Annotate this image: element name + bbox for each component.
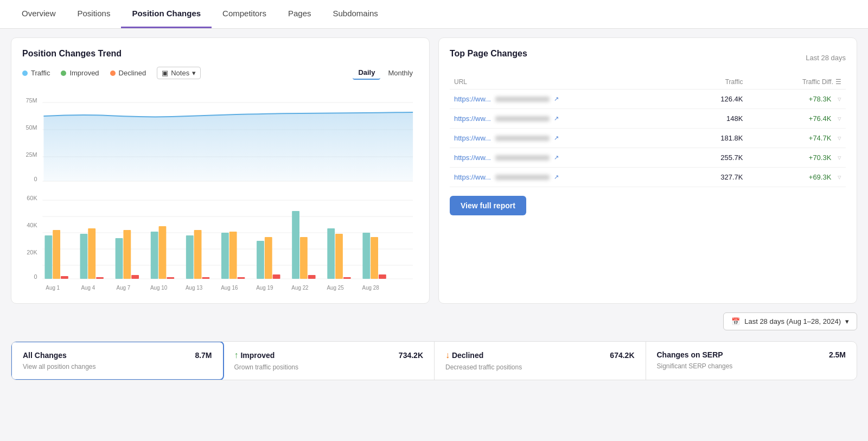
nav-competitors[interactable]: Competitors <box>212 0 277 28</box>
svg-text:Aug 22: Aug 22 <box>291 285 309 291</box>
diff-filter-row: +76.4K ▿ <box>809 114 841 123</box>
row-filter-icon[interactable]: ▿ <box>838 154 841 162</box>
svg-rect-45 <box>362 233 370 279</box>
url-cell: https://ww... ↗ <box>454 95 679 103</box>
stat-card-improved[interactable]: ↑ Improved 734.2K Grown traffic position… <box>224 342 435 380</box>
url-blur <box>495 97 550 102</box>
svg-rect-38 <box>273 274 280 279</box>
legend-improved-label: Improved <box>69 69 99 77</box>
url-blur <box>495 116 550 122</box>
url-blur <box>495 175 550 180</box>
svg-rect-26 <box>131 275 139 279</box>
url-cell: https://ww... ↗ <box>454 154 679 162</box>
svg-text:0: 0 <box>34 176 37 182</box>
svg-text:Aug 4: Aug 4 <box>81 285 95 291</box>
external-link-icon[interactable]: ↗ <box>554 135 559 142</box>
nav-overview[interactable]: Overview <box>11 0 67 28</box>
legend-declined: Declined <box>110 69 146 77</box>
traffic-value: 148K <box>684 109 748 129</box>
stat-card-all-changes[interactable]: All Changes 8.7M View all position chang… <box>11 341 224 380</box>
date-picker-row: 📅 Last 28 days (Aug 1–28, 2024) ▾ <box>11 312 857 330</box>
svg-rect-29 <box>167 277 174 279</box>
stat-sub: Grown traffic positions <box>234 363 424 371</box>
date-picker-button[interactable]: 📅 Last 28 days (Aug 1–28, 2024) ▾ <box>723 312 857 330</box>
svg-rect-47 <box>379 274 386 279</box>
svg-text:Aug 25: Aug 25 <box>327 285 344 291</box>
traffic-diff-cell: +74.7K ▿ <box>747 129 846 148</box>
monthly-toggle-button[interactable]: Monthly <box>382 67 418 79</box>
url-text[interactable]: https://ww... <box>454 114 491 123</box>
view-toggle: Daily Monthly <box>353 66 418 80</box>
svg-rect-44 <box>343 277 351 279</box>
row-filter-icon[interactable]: ▿ <box>838 134 841 142</box>
svg-text:Aug 13: Aug 13 <box>186 285 203 291</box>
traffic-value: 181.8K <box>684 129 748 148</box>
stat-value: 734.2K <box>399 351 423 360</box>
notes-button[interactable]: ▣ Notes ▾ <box>157 67 201 79</box>
diff-filter-row: +74.7K ▿ <box>809 134 841 142</box>
stat-value: 2.5M <box>829 350 846 359</box>
svg-rect-30 <box>186 235 194 279</box>
chevron-down-icon: ▾ <box>192 69 196 77</box>
filter-icon[interactable]: ☰ <box>835 78 841 86</box>
stat-header: ↓ Declined 674.2K <box>445 350 635 360</box>
svg-rect-23 <box>96 277 104 279</box>
traffic-value: 126.4K <box>684 90 748 109</box>
svg-text:60K: 60K <box>27 195 37 201</box>
svg-text:0: 0 <box>34 273 37 280</box>
legend-traffic-label: Traffic <box>31 69 50 77</box>
url-text[interactable]: https://ww... <box>454 154 491 162</box>
external-link-icon[interactable]: ↗ <box>554 174 559 181</box>
table-row: https://ww... ↗ 126.4K +78.3K ▿ <box>450 90 846 109</box>
url-text[interactable]: https://ww... <box>454 134 491 142</box>
url-text[interactable]: https://ww... <box>454 95 491 103</box>
row-filter-icon[interactable]: ▿ <box>838 95 841 103</box>
table-row: https://ww... ↗ 148K +76.4K ▿ <box>450 109 846 129</box>
svg-rect-46 <box>371 237 378 279</box>
svg-rect-34 <box>229 232 237 279</box>
svg-rect-43 <box>335 234 343 279</box>
svg-rect-19 <box>53 230 60 279</box>
view-full-report-button[interactable]: View full report <box>450 196 526 215</box>
legend-traffic: Traffic <box>22 69 50 77</box>
svg-rect-37 <box>265 237 272 279</box>
nav-positions[interactable]: Positions <box>67 0 122 28</box>
nav-pages[interactable]: Pages <box>277 0 322 28</box>
nav-subdomains[interactable]: Subdomains <box>322 0 388 28</box>
daily-toggle-button[interactable]: Daily <box>353 66 380 80</box>
external-link-icon[interactable]: ↗ <box>554 95 559 103</box>
external-link-icon[interactable]: ↗ <box>554 115 559 122</box>
right-panel-header: Top Page Changes Last 28 days <box>450 49 846 66</box>
svg-rect-33 <box>221 233 229 279</box>
row-filter-icon[interactable]: ▿ <box>838 114 841 123</box>
improved-dot <box>61 71 66 76</box>
nav-position-changes[interactable]: Position Changes <box>121 0 212 28</box>
stat-card-changes-on-serp[interactable]: Changes on SERP 2.5M Significant SERP ch… <box>646 342 857 380</box>
svg-rect-22 <box>88 228 95 279</box>
svg-rect-20 <box>61 276 68 279</box>
traffic-diff-value: +70.3K <box>809 154 832 162</box>
col-url: URL <box>450 75 684 90</box>
svg-rect-25 <box>123 230 131 279</box>
stat-card-declined[interactable]: ↓ Declined 674.2K Decreased traffic posi… <box>435 342 646 380</box>
col-traffic: Traffic <box>684 75 748 90</box>
declined-arrow-icon: ↓ <box>445 350 450 360</box>
traffic-dot <box>22 71 28 76</box>
url-text[interactable]: https://ww... <box>454 173 491 181</box>
date-picker-label: Last 28 days (Aug 1–28, 2024) <box>744 317 841 325</box>
svg-rect-40 <box>300 237 308 279</box>
stat-value: 8.7M <box>195 351 212 360</box>
stat-header: All Changes 8.7M <box>23 351 212 360</box>
table-row: https://ww... ↗ 255.7K +70.3K ▿ <box>450 148 846 168</box>
chart-area: 75M 50M 25M 0 60K 40K 20K 0 <box>22 86 418 292</box>
external-link-icon[interactable]: ↗ <box>554 154 559 161</box>
traffic-diff-cell: +76.4K ▿ <box>747 109 846 129</box>
svg-rect-28 <box>159 226 167 279</box>
traffic-diff-cell: +70.3K ▿ <box>747 148 846 168</box>
traffic-value: 327.7K <box>684 168 748 187</box>
stat-title: ↑ Improved <box>234 350 275 360</box>
svg-rect-42 <box>327 228 335 279</box>
table-row: https://ww... ↗ 327.7K +69.3K ▿ <box>450 168 846 187</box>
svg-rect-41 <box>308 275 316 279</box>
row-filter-icon[interactable]: ▿ <box>838 173 841 181</box>
